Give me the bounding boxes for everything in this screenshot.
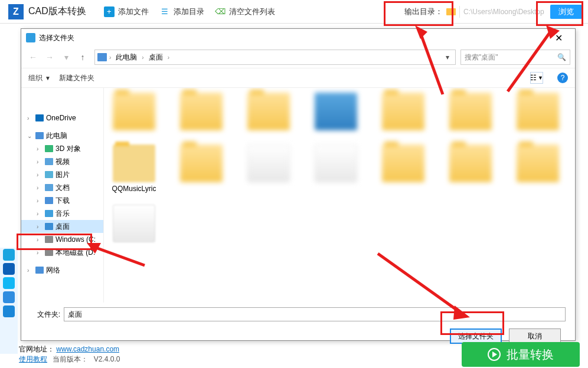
desktop-icon: [45, 223, 53, 230]
tree-item-music[interactable]: ›音乐: [21, 207, 103, 220]
site-link[interactable]: www.cadzhuan.com: [56, 345, 119, 353]
svg-line-2: [508, 29, 552, 91]
nav-back-button[interactable]: ←: [26, 50, 40, 64]
status-bar: 官网地址： www.cadzhuan.com 使用教程 当前版本： V2.4.0…: [0, 341, 588, 368]
app-icon[interactable]: [3, 291, 15, 303]
file-label: QQMusicLyric: [112, 185, 156, 193]
expand-icon[interactable]: ›: [37, 185, 43, 191]
add-file-label: 添加文件: [118, 6, 149, 17]
expand-icon[interactable]: ›: [37, 198, 43, 204]
cube-icon: [45, 145, 53, 152]
chevron-right-icon: ›: [109, 54, 111, 61]
file-icon: [247, 144, 290, 182]
downloads-icon: [45, 197, 53, 204]
file-item[interactable]: [246, 93, 292, 133]
folder-icon: [180, 93, 223, 130]
tree-label: 下载: [55, 196, 70, 206]
folder-icon: [113, 144, 155, 182]
new-folder-button[interactable]: 新建文件夹: [59, 73, 94, 83]
tree-label: 视频: [55, 157, 70, 167]
expand-icon[interactable]: ›: [37, 249, 43, 256]
browse-button[interactable]: 浏览: [550, 5, 582, 19]
tutorial-link[interactable]: 使用教程: [19, 355, 47, 363]
app-icon[interactable]: [3, 249, 15, 261]
play-icon: [488, 348, 501, 361]
organize-label: 组织: [28, 73, 43, 83]
file-item[interactable]: [178, 144, 224, 193]
site-label: 官网地址：: [19, 345, 54, 353]
app-title: CAD版本转换: [28, 5, 86, 18]
tree-item-videos[interactable]: ›视频: [21, 155, 103, 168]
expand-icon[interactable]: ›: [37, 146, 43, 152]
folder-icon: [180, 144, 223, 182]
tree-item-downloads[interactable]: ›下载: [21, 194, 103, 207]
organize-button[interactable]: 组织 ▼: [28, 73, 51, 83]
network-icon: [35, 267, 44, 274]
expand-icon[interactable]: ›: [37, 236, 43, 243]
folder-icon: [446, 8, 456, 15]
folder-name-input[interactable]: [64, 307, 566, 321]
expand-icon[interactable]: ›: [37, 211, 43, 217]
app-header: Z CAD版本转换 + 添加文件 ☰ 添加目录 ⌫ 清空文件列表 输出目录： C…: [0, 0, 588, 24]
nav-history-button[interactable]: ▾: [59, 50, 73, 64]
expand-icon[interactable]: ›: [27, 115, 33, 121]
drive-icon: [45, 249, 53, 256]
file-item[interactable]: QQMusicLyric: [111, 144, 157, 193]
expand-icon[interactable]: ›: [27, 267, 33, 274]
nav-up-button[interactable]: ↑: [76, 50, 90, 64]
chevron-right-icon: ›: [142, 54, 143, 61]
tree-label: 此电脑: [46, 131, 67, 141]
tree-item-onedrive[interactable]: ›OneDrive: [21, 111, 103, 124]
version-value: V2.4.0.0: [94, 355, 120, 363]
tree-item-this-pc[interactable]: ⌄此电脑: [21, 129, 103, 142]
app-icon[interactable]: [3, 277, 15, 289]
tree-item-documents[interactable]: ›文档: [21, 181, 103, 194]
expand-icon[interactable]: ›: [37, 159, 43, 165]
breadcrumb-seg[interactable]: 桌面: [146, 51, 165, 64]
app-icon[interactable]: [3, 263, 15, 275]
tree-item-3d-objects[interactable]: ›3D 对象: [21, 142, 103, 155]
breadcrumb-seg[interactable]: 此电脑: [113, 51, 139, 64]
clear-icon: ⌫: [215, 6, 226, 17]
list-icon: ☰: [159, 6, 170, 17]
plus-icon: +: [104, 6, 115, 17]
tree-item-pictures[interactable]: ›图片: [21, 168, 103, 181]
file-item[interactable]: [178, 93, 224, 133]
add-file-button[interactable]: + 添加文件: [104, 6, 149, 17]
add-dir-button[interactable]: ☰ 添加目录: [159, 6, 204, 17]
svg-marker-1: [415, 25, 427, 39]
clear-list-button[interactable]: ⌫ 清空文件列表: [215, 6, 275, 17]
file-item[interactable]: [111, 93, 157, 133]
clear-list-label: 清空文件列表: [229, 6, 275, 17]
tree-item-desktop[interactable]: ›桌面: [21, 220, 103, 233]
file-item[interactable]: [246, 144, 292, 193]
app-icon[interactable]: [3, 305, 15, 317]
svg-line-4: [93, 247, 145, 265]
expand-icon[interactable]: ›: [37, 224, 43, 230]
folder-field-label: 文件夹:: [31, 310, 60, 320]
address-bar[interactable]: › 此电脑 › 桌面 › ▾: [94, 50, 456, 65]
batch-convert-button[interactable]: 批量转换: [462, 342, 580, 367]
batch-convert-label: 批量转换: [507, 347, 554, 363]
nav-forward-button[interactable]: →: [43, 50, 57, 64]
output-path-field[interactable]: C:\Users\Mloong\Desktop: [459, 6, 548, 18]
svg-marker-7: [453, 305, 470, 320]
file-item[interactable]: [313, 93, 359, 133]
pc-icon: [35, 132, 44, 139]
file-item[interactable]: [313, 144, 359, 193]
collapse-icon[interactable]: ⌄: [27, 133, 33, 139]
annotation-arrow: [496, 24, 567, 100]
folder-icon: [382, 144, 424, 182]
file-item[interactable]: [380, 144, 426, 193]
svg-line-0: [419, 29, 443, 94]
tree-label: 网络: [46, 265, 60, 275]
chevron-right-icon: ›: [168, 54, 169, 61]
documents-icon: [45, 184, 53, 191]
file-grid: QQMusicLyric: [104, 88, 575, 303]
annotation-arrow: [86, 236, 151, 271]
file-item[interactable]: [447, 144, 494, 193]
tree-label: 图片: [55, 170, 70, 180]
tree-label: OneDrive: [46, 114, 76, 122]
file-item[interactable]: [515, 144, 561, 193]
expand-icon[interactable]: ›: [37, 172, 43, 178]
